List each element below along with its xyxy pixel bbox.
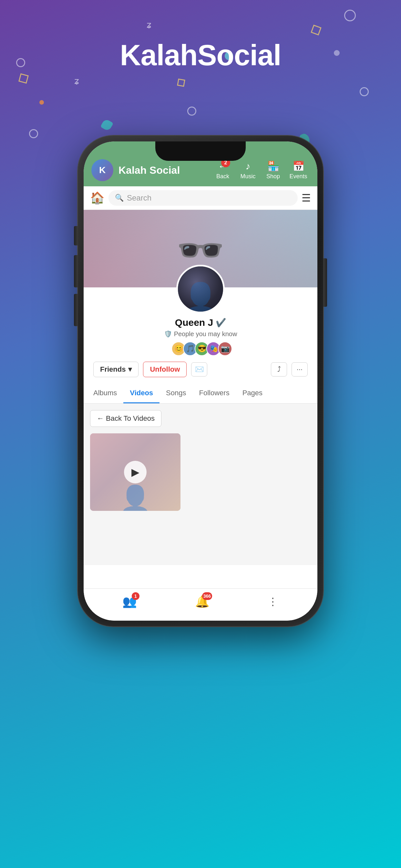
deco-circle-4 — [187, 106, 196, 116]
deco-dot-2 — [39, 100, 44, 104]
menu-icon[interactable]: ☰ — [302, 192, 311, 204]
tab-songs-label: Songs — [166, 389, 186, 397]
back-nav-item[interactable]: ← Back 2 — [212, 161, 234, 180]
shop-label: Shop — [266, 173, 280, 180]
deco-zigzag-2: ʑ — [74, 75, 79, 86]
bottom-nav: 👥 1 🔔 366 ⋮ — [84, 588, 317, 621]
events-label: Events — [289, 173, 307, 180]
video-grid: 👤 ▶ — [84, 433, 317, 511]
shop-nav-item[interactable]: 🏪 Shop — [262, 160, 284, 180]
deco-zigzag-1: ʑ — [147, 20, 151, 30]
videos-section: ← Back To Videos 👤 ▶ — [84, 404, 317, 565]
deco-circle-1 — [344, 10, 356, 21]
play-icon: ▶ — [131, 466, 140, 478]
deco-blob-1 — [100, 119, 114, 132]
back-to-videos-button[interactable]: ← Back To Videos — [90, 410, 161, 427]
friends-label: Friends — [100, 365, 126, 374]
back-to-videos-label: ← Back To Videos — [97, 414, 155, 423]
avatar-person-icon: 👤 — [182, 281, 219, 312]
share-button[interactable]: ⤴ — [271, 362, 287, 376]
video-thumbnail-1[interactable]: 👤 ▶ — [90, 433, 181, 511]
phone-bezel: K Kalah Social ← Back 2 ♪ Music — [78, 135, 323, 626]
music-label: Music — [240, 173, 255, 180]
phone-notch — [155, 142, 246, 161]
phone-screen-area: K Kalah Social ← Back 2 ♪ Music — [84, 142, 317, 621]
unfollow-button[interactable]: Unfollow — [143, 362, 187, 377]
subtitle-text: People you may know — [174, 330, 237, 338]
play-button-1[interactable]: ▶ — [124, 461, 147, 484]
avatar-container: 👤 — [176, 265, 225, 313]
tab-songs[interactable]: Songs — [159, 383, 192, 403]
deco-square-2 — [311, 25, 321, 35]
share-icon: ⤴ — [277, 365, 281, 374]
phone-btn-vol-down — [74, 294, 78, 326]
app-name-label: Kalah Social — [119, 164, 206, 176]
phone-btn-vol-up — [74, 255, 78, 287]
tab-albums[interactable]: Albums — [87, 383, 123, 403]
friends-chevron-icon: ▾ — [128, 365, 132, 374]
deco-square-3 — [177, 79, 185, 87]
events-icon: 📅 — [292, 160, 305, 172]
nav-bar: 🏠 🔍 Search ☰ — [84, 186, 317, 210]
video-person-icon: 👤 — [119, 484, 151, 511]
profile-subtitle: 🛡️ People you may know — [164, 330, 237, 338]
friends-button[interactable]: Friends ▾ — [93, 362, 138, 377]
shop-icon: 🏪 — [267, 160, 279, 172]
search-placeholder: Search — [127, 193, 151, 203]
events-nav-item[interactable]: 📅 Events — [287, 160, 310, 180]
bottom-friends-item[interactable]: 👥 1 — [122, 595, 137, 609]
music-icon: ♪ — [246, 161, 251, 172]
phone-container: K Kalah Social ← Back 2 ♪ Music — [78, 135, 323, 626]
search-icon: 🔍 — [115, 194, 124, 202]
avatar-inner: 👤 — [178, 267, 223, 312]
tab-videos[interactable]: Videos — [123, 383, 159, 403]
action-row: Friends ▾ Unfollow ✉️ ⤴ — [84, 362, 317, 377]
ellipsis-icon: ··· — [297, 365, 303, 374]
phone-btn-mute — [74, 226, 78, 245]
username: Queen J ✔️ — [175, 317, 226, 328]
back-label: Back — [216, 173, 229, 180]
home-icon[interactable]: 🏠 — [90, 191, 104, 205]
screen-content: K Kalah Social ← Back 2 ♪ Music — [84, 142, 317, 621]
deco-square-1 — [19, 73, 29, 84]
search-bar[interactable]: 🔍 Search — [109, 190, 298, 206]
avatar: 👤 — [176, 265, 225, 313]
bottom-bell-item[interactable]: 🔔 366 — [195, 595, 210, 609]
mutual-friends-row: 😊 🎵 😎 🎭 📷 — [172, 342, 229, 356]
more-icon: ⋮ — [268, 595, 279, 608]
shield-icon: 🛡️ — [164, 330, 172, 338]
tab-pages[interactable]: Pages — [236, 383, 269, 403]
tab-followers[interactable]: Followers — [193, 383, 236, 403]
app-logo: K — [91, 159, 113, 181]
music-nav-item[interactable]: ♪ Music — [237, 161, 259, 180]
profile-tabs: Albums Videos Songs Followers Pages — [84, 383, 317, 404]
bottom-more-item[interactable]: ⋮ — [268, 595, 279, 608]
profile-section: 👤 Queen J ✔️ 🛡️ People you may know — [84, 287, 317, 383]
tab-pages-label: Pages — [243, 389, 263, 397]
tab-videos-label: Videos — [130, 389, 153, 397]
unfollow-label: Unfollow — [150, 365, 180, 373]
message-button[interactable]: ✉️ — [191, 362, 207, 376]
username-text: Queen J — [175, 317, 213, 328]
mutual-avatar-5: 📷 — [218, 342, 232, 356]
tab-albums-label: Albums — [93, 389, 117, 397]
header-icon-group: ← Back 2 ♪ Music 🏪 Shop — [212, 160, 310, 180]
phone-btn-power — [323, 258, 327, 307]
deco-circle-3 — [29, 129, 38, 138]
app-title: KalahSocial — [0, 39, 401, 72]
message-icon: ✉️ — [195, 365, 204, 374]
bell-badge: 366 — [202, 592, 212, 600]
more-options-button[interactable]: ··· — [291, 362, 308, 376]
deco-circle-5 — [360, 87, 369, 96]
tab-followers-label: Followers — [199, 389, 229, 397]
friends-badge: 1 — [132, 592, 140, 600]
verified-icon: ✔️ — [216, 318, 226, 328]
